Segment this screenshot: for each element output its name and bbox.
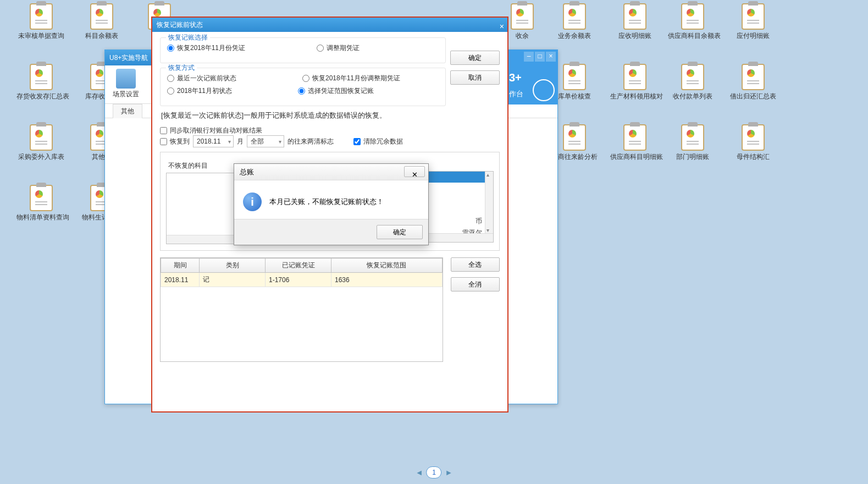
th-type: 类别 [200, 258, 266, 273]
desktop-icon[interactable]: 物料清单资料查询 [16, 185, 66, 221]
report-icon [623, 3, 646, 30]
checkbox-clear-redundant[interactable]: 清除冗余数据 [353, 137, 403, 146]
desktop-icon-label: 存货收发存汇总表 [16, 92, 66, 100]
info-icon: i [243, 193, 262, 211]
report-icon [563, 3, 586, 30]
clear-flag-label: 的往来两清标志 [288, 137, 334, 146]
radio-restore-adjustment[interactable]: 恢复2018年11月份调整期凭证 [302, 74, 400, 83]
radio-adjustment-period[interactable]: 调整期凭证 [317, 43, 360, 53]
radio-restore-november[interactable]: 恢复2018年11月份凭证 [167, 43, 245, 53]
report-icon [742, 124, 765, 151]
msgbox-text: 本月已关账，不能恢复记账前状态！ [269, 197, 384, 207]
desktop-icon-label: 物料清单资料查询 [16, 213, 66, 221]
desktop-icon[interactable]: 业务余额表 [550, 3, 599, 40]
group2-legend: 恢复方式 [166, 63, 197, 73]
panel-maximize[interactable]: □ [535, 52, 545, 62]
desktop-icon-label: 生产材料领用核对 [610, 92, 660, 100]
checkbox-sync-cancel-bank[interactable]: 同步取消银行对账自动对账结果 [160, 126, 500, 135]
pager-page-1[interactable]: 1 [427, 466, 442, 479]
th-posted: 已记账凭证 [266, 258, 331, 273]
desktop-icon-label: 应收明细账 [610, 32, 660, 40]
toolbtn-label: 场景设置 [113, 90, 139, 98]
scrollbar[interactable] [485, 172, 493, 233]
msgbox-close-button[interactable]: ✕ [404, 166, 425, 177]
table-row[interactable]: 2018.11 记 1-1706 1636 [161, 273, 443, 287]
panel-close[interactable]: × [546, 52, 556, 62]
report-icon [681, 3, 704, 30]
th-restore-range: 恢复记账范围 [331, 258, 443, 273]
close-icon[interactable]: × [500, 19, 504, 34]
pager-next[interactable]: ► [445, 468, 453, 477]
desktop-icon[interactable]: 科目余额表 [77, 3, 126, 40]
report-icon [90, 3, 113, 30]
desktop-icon[interactable]: 生产材料领用核对 [610, 64, 660, 100]
group1-legend: 恢复记账选择 [166, 33, 210, 42]
scope-select[interactable]: 全部 [247, 135, 284, 147]
desktop-icon[interactable]: 收付款单列表 [668, 64, 717, 100]
desktop-icon[interactable]: 存货收发存汇总表 [16, 64, 66, 100]
panel-minimize[interactable]: – [524, 52, 534, 62]
msgbox-ok-button[interactable]: 确定 [377, 225, 423, 239]
desktop-icon-label: 科目余额表 [77, 32, 126, 40]
msgbox-title: 总账 [240, 168, 254, 176]
desktop-icon[interactable]: 应收明细账 [610, 3, 660, 40]
desktop-icon[interactable]: 采购委外入库表 [16, 124, 66, 161]
select-all-button[interactable]: 全选 [451, 257, 500, 272]
desktop-icon[interactable]: 部门明细账 [668, 124, 717, 161]
u8-navigator-title: U8+实施导航 [109, 54, 148, 62]
desktop-icon[interactable]: 应付明细账 [728, 3, 778, 40]
desktop-icon-label: 应付明细账 [728, 32, 778, 40]
desktop-icon[interactable]: 母件结构汇 [728, 124, 778, 161]
dialog-title: 恢复记账前状态 [157, 21, 203, 29]
report-icon [30, 64, 53, 90]
clapper-icon [116, 69, 136, 89]
report-icon [511, 3, 534, 30]
month-select[interactable]: 2018.11 [193, 135, 234, 147]
desktop-icon-label: 业务余额表 [550, 32, 599, 40]
scene-settings-button[interactable]: 场景设置 [113, 69, 139, 99]
report-icon [681, 124, 704, 151]
report-icon [563, 64, 586, 90]
radio-voucher-range[interactable]: 选择凭证范围恢复记账 [298, 86, 374, 96]
report-icon [30, 185, 53, 211]
report-icon [742, 3, 765, 30]
checkbox-restore-to[interactable]: 恢复到 [160, 137, 190, 146]
desktop-icon[interactable]: 供应商科目余额表 [668, 3, 717, 40]
report-icon [742, 64, 765, 90]
desktop-pager: ◄ 1 ► [416, 466, 453, 479]
ok-button[interactable]: 确定 [450, 51, 500, 65]
desktop-icon[interactable]: 供应商科目明细账 [610, 124, 660, 161]
desktop-icon-label: 部门明细账 [668, 153, 717, 161]
desktop-icon-label: 采购委外入库表 [16, 153, 66, 161]
desktop-icon[interactable]: 借出归还汇总表 [728, 64, 778, 100]
report-icon [563, 124, 586, 151]
panel-label: 作台 [509, 89, 523, 99]
report-icon [681, 64, 704, 90]
select-none-button[interactable]: 全消 [451, 277, 500, 292]
msgbox-titlebar[interactable]: 总账 ✕ [234, 164, 428, 180]
report-icon [30, 3, 53, 30]
dialog-titlebar[interactable]: 恢复记账前状态 × [152, 18, 507, 32]
report-icon [30, 124, 53, 151]
desktop-icon-label: 母件结构汇 [728, 153, 778, 161]
desktop-icon-label: 收付款单列表 [668, 92, 717, 100]
tab-other[interactable]: 其他 [113, 104, 142, 118]
pager-prev[interactable]: ◄ [416, 468, 423, 477]
cancel-button[interactable]: 取消 [450, 70, 500, 85]
desktop-icon-label: 供应商科目明细账 [610, 153, 660, 161]
month-suffix: 月 [237, 137, 244, 146]
workbench-panel: – □ × 3+ 作台 [506, 50, 558, 105]
th-period: 期间 [161, 258, 200, 273]
clock-icon [533, 79, 555, 101]
report-icon [623, 64, 646, 90]
report-icon [623, 124, 646, 151]
desktop-icon-label: 未审核单据查询 [16, 32, 66, 40]
desktop-icon[interactable]: 未审核单据查询 [16, 3, 66, 40]
radio-month-begin[interactable]: 2018年11月初状态 [167, 86, 232, 96]
desktop-icon-label: 供应商科目余额表 [668, 32, 717, 40]
panel-badge: 3+ [509, 72, 522, 84]
voucher-table[interactable]: 期间 类别 已记账凭证 恢复记账范围 2018.11 记 1-1706 1636 [160, 257, 443, 362]
info-messagebox: 总账 ✕ i 本月已关账，不能恢复记账前状态！ 确定 [234, 163, 429, 245]
hint-text: [恢复最近一次记账前状态]一般用于记账时系统造成的数据错误的恢复。 [161, 111, 499, 120]
radio-last-posting[interactable]: 最近一次记账前状态 [167, 74, 236, 83]
